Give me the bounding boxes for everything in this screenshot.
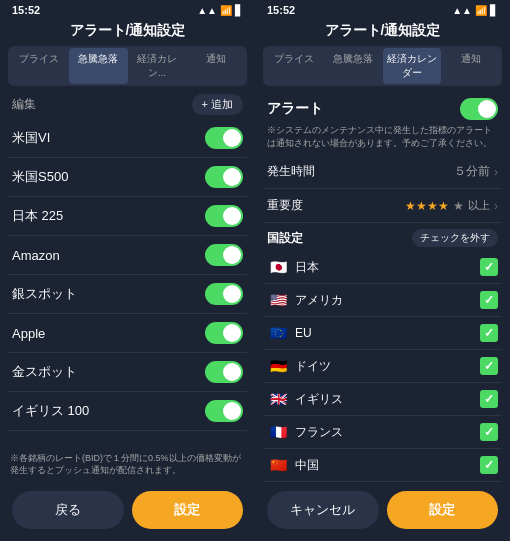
uncheck-button[interactable]: チェックを外す — [412, 229, 498, 247]
time-right: 15:52 — [267, 4, 295, 16]
checkbox-china[interactable] — [480, 456, 498, 474]
flag-uk: 🇬🇧 — [267, 391, 289, 407]
country-left: 🇺🇸 アメリカ — [267, 292, 343, 309]
left-screen: 15:52 ▲▲ 📶 ▋ アラート/通知設定 プライス 急騰急落 経済カレン..… — [0, 0, 255, 541]
country-left: 🇪🇺 EU — [267, 325, 312, 341]
right-screen: 15:52 ▲▲ 📶 ▋ アラート/通知設定 プライス 急騰急落 経済カレンダー… — [255, 0, 510, 541]
toggle-amazon[interactable] — [205, 244, 243, 266]
time-label: 発生時間 — [267, 163, 315, 180]
item-label: Apple — [12, 326, 45, 341]
toggle-usvi[interactable] — [205, 127, 243, 149]
country-row-germany: 🇩🇪 ドイツ — [263, 350, 502, 383]
checkbox-france[interactable] — [480, 423, 498, 441]
checkbox-eu[interactable] — [480, 324, 498, 342]
set-button-right[interactable]: 設定 — [387, 491, 499, 529]
country-row-eu: 🇪🇺 EU — [263, 317, 502, 350]
time-left: 15:52 — [12, 4, 40, 16]
toggle-uk100[interactable] — [205, 400, 243, 422]
country-label-germany: ドイツ — [295, 358, 331, 375]
alert-title: アラート — [267, 100, 323, 118]
list-item: イギリス 100 — [8, 392, 247, 431]
set-button-left[interactable]: 設定 — [132, 491, 244, 529]
country-row-uk: 🇬🇧 イギリス — [263, 383, 502, 416]
page-title-right: アラート/通知設定 — [255, 18, 510, 46]
tab-price-left[interactable]: プライス — [10, 48, 69, 84]
country-label-uk: イギリス — [295, 391, 343, 408]
flag-eu: 🇪🇺 — [267, 325, 289, 341]
signal-icon: ▲▲ — [197, 5, 217, 16]
toggle-gold[interactable] — [205, 361, 243, 383]
alert-toggle[interactable] — [460, 98, 498, 120]
checkbox-uk[interactable] — [480, 390, 498, 408]
stars-icon: ★★★★ — [405, 199, 449, 213]
country-section-header: 国設定 チェックを外す — [263, 223, 502, 251]
toggle-silver[interactable] — [205, 283, 243, 305]
country-section-title: 国設定 — [267, 230, 303, 247]
asset-list: 米国VI 米国S500 日本 225 Amazon 銀スポット Apple 金ス… — [0, 119, 255, 446]
country-left: 🇬🇧 イギリス — [267, 391, 343, 408]
country-row-japan: 🇯🇵 日本 — [263, 251, 502, 284]
battery-icon: ▋ — [235, 5, 243, 16]
importance-value[interactable]: ★★★★ ★ 以上 › — [405, 198, 498, 213]
bottom-bar-left: 戻る 設定 — [0, 483, 255, 541]
wifi-icon-right: 📶 — [475, 5, 487, 16]
tab-calendar-left[interactable]: 経済カレン... — [128, 48, 187, 84]
edit-button[interactable]: 編集 — [12, 96, 36, 113]
country-left: 🇩🇪 ドイツ — [267, 358, 331, 375]
flag-china: 🇨🇳 — [267, 457, 289, 473]
country-label-eu: EU — [295, 326, 312, 340]
item-label: 米国S500 — [12, 168, 68, 186]
importance-suffix: 以上 — [468, 198, 490, 213]
checkbox-germany[interactable] — [480, 357, 498, 375]
chevron-right-icon: › — [494, 165, 498, 179]
country-left: 🇯🇵 日本 — [267, 259, 319, 276]
page-title-left: アラート/通知設定 — [0, 18, 255, 46]
item-label: 米国VI — [12, 129, 50, 147]
list-item: Apple — [8, 314, 247, 353]
time-row: 発生時間 ５分前 › — [263, 155, 502, 189]
toggle-jp225[interactable] — [205, 205, 243, 227]
chevron-right-icon2: › — [494, 199, 498, 213]
country-left: 🇫🇷 フランス — [267, 424, 343, 441]
flag-usa: 🇺🇸 — [267, 292, 289, 308]
tab-calendar-right[interactable]: 経済カレンダー — [383, 48, 442, 84]
country-label-usa: アメリカ — [295, 292, 343, 309]
list-item: 日本 225 — [8, 197, 247, 236]
status-icons-left: ▲▲ 📶 ▋ — [197, 5, 243, 16]
tab-surge-left[interactable]: 急騰急落 — [69, 48, 128, 84]
list-item: 米国VI — [8, 119, 247, 158]
flag-japan: 🇯🇵 — [267, 259, 289, 275]
checkbox-usa[interactable] — [480, 291, 498, 309]
add-button[interactable]: + 追加 — [192, 94, 243, 115]
tab-notify-right[interactable]: 通知 — [441, 48, 500, 84]
item-label: イギリス 100 — [12, 402, 89, 420]
toggle-uss500[interactable] — [205, 166, 243, 188]
tab-surge-right[interactable]: 急騰急落 — [324, 48, 383, 84]
time-value[interactable]: ５分前 › — [454, 163, 498, 180]
country-left: 🇨🇳 中国 — [267, 457, 319, 474]
back-button[interactable]: 戻る — [12, 491, 124, 529]
importance-label: 重要度 — [267, 197, 303, 214]
alert-note: ※システムのメンテナンス中に発生した指標のアラートは通知されない場合があります。… — [263, 122, 502, 155]
country-label-china: 中国 — [295, 457, 319, 474]
checkbox-japan[interactable] — [480, 258, 498, 276]
star-empty: ★ — [453, 199, 464, 213]
status-bar-left: 15:52 ▲▲ 📶 ▋ — [0, 0, 255, 18]
country-row-china: 🇨🇳 中国 — [263, 449, 502, 482]
list-item: 米国S500 — [8, 158, 247, 197]
country-row-france: 🇫🇷 フランス — [263, 416, 502, 449]
cancel-button[interactable]: キャンセル — [267, 491, 379, 529]
status-bar-right: 15:52 ▲▲ 📶 ▋ — [255, 0, 510, 18]
flag-france: 🇫🇷 — [267, 424, 289, 440]
tab-notify-left[interactable]: 通知 — [186, 48, 245, 84]
bottom-bar-right: キャンセル 設定 — [255, 483, 510, 541]
list-item: 金スポット — [8, 353, 247, 392]
footnote-left: ※各銘柄のレート(BID)で１分間に0.5%以上の価格変動が発生するとプッシュ通… — [0, 446, 255, 483]
flag-germany: 🇩🇪 — [267, 358, 289, 374]
toggle-apple[interactable] — [205, 322, 243, 344]
battery-icon-right: ▋ — [490, 5, 498, 16]
item-label: 銀スポット — [12, 285, 77, 303]
list-item: 銀スポット — [8, 275, 247, 314]
signal-icon-right: ▲▲ — [452, 5, 472, 16]
tab-price-right[interactable]: プライス — [265, 48, 324, 84]
